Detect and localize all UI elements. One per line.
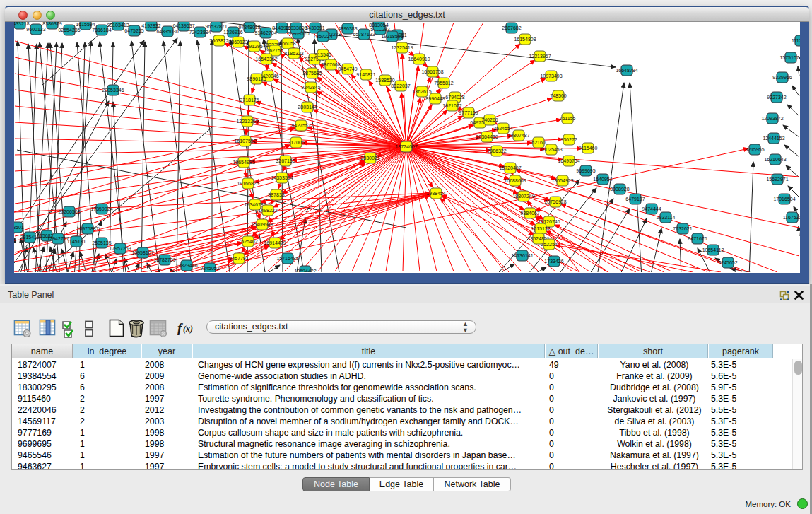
svg-text:2933114: 2933114: [657, 215, 676, 220]
svg-text:8322037: 8322037: [391, 83, 410, 88]
svg-text:7625402: 7625402: [238, 239, 257, 244]
svg-text:20364436: 20364436: [476, 134, 498, 139]
svg-text:317006: 317006: [288, 140, 304, 145]
svg-text:12444153: 12444153: [763, 136, 784, 141]
svg-text:10694422: 10694422: [294, 269, 316, 272]
svg-text:9699695: 9699695: [576, 168, 595, 173]
svg-text:12823446: 12823446: [175, 263, 197, 268]
svg-text:15720407: 15720407: [499, 165, 521, 170]
svg-text:16914479: 16914479: [264, 240, 286, 245]
svg-text:16640910: 16640910: [408, 57, 430, 62]
svg-text:12213967: 12213967: [529, 54, 551, 59]
svg-text:15716485: 15716485: [276, 256, 298, 261]
svg-text:9777169: 9777169: [459, 110, 478, 115]
svg-text:8471676: 8471676: [688, 236, 707, 241]
svg-text:3267130: 3267130: [276, 158, 295, 163]
svg-text:1615594: 1615594: [76, 22, 95, 27]
svg-text:19654985: 19654985: [233, 160, 254, 165]
svg-text:18807249: 18807249: [512, 194, 534, 199]
svg-text:9245652: 9245652: [718, 260, 737, 265]
svg-text:51462704: 51462704: [254, 30, 276, 35]
svg-text:17957253: 17957253: [109, 246, 131, 251]
svg-text:8813054: 8813054: [369, 23, 388, 28]
svg-text:17016504: 17016504: [773, 197, 795, 201]
svg-text:9600133: 9600133: [26, 27, 45, 32]
svg-text:1640954: 1640954: [593, 177, 612, 182]
svg-text:8454749: 8454749: [338, 66, 357, 71]
svg-text:9474444: 9474444: [642, 206, 661, 211]
svg-text:5430391: 5430391: [305, 25, 324, 30]
svg-text:1621072: 1621072: [442, 103, 461, 108]
svg-text:20206508: 20206508: [58, 209, 80, 214]
svg-text:1167533: 1167533: [783, 215, 800, 220]
svg-text:3875685: 3875685: [302, 71, 322, 76]
svg-text:0433218: 0433218: [14, 22, 30, 26]
svg-text:7816184: 7816184: [92, 28, 111, 33]
svg-text:20053346: 20053346: [102, 88, 124, 93]
svg-text:3215955: 3215955: [745, 147, 764, 152]
svg-text:97848018: 97848018: [238, 25, 260, 30]
svg-text:7357224: 7357224: [313, 34, 332, 39]
svg-text:4192832: 4192832: [141, 23, 160, 28]
svg-text:17359924: 17359924: [90, 206, 112, 211]
svg-text:913546: 913546: [314, 52, 331, 57]
svg-text:10973493: 10973493: [540, 74, 562, 78]
svg-text:8938928: 8938928: [610, 187, 629, 192]
svg-text:7986322: 7986322: [487, 148, 506, 153]
svg-text:1117304: 1117304: [792, 38, 800, 43]
svg-text:(x): (x): [183, 324, 193, 334]
svg-text:16495754: 16495754: [558, 158, 579, 163]
svg-text:9457791: 9457791: [229, 256, 248, 261]
svg-text:4896383: 4896383: [338, 26, 357, 31]
svg-text:751155: 751155: [560, 116, 576, 121]
svg-text:9896175: 9896175: [247, 76, 266, 81]
svg-text:9242845: 9242845: [301, 85, 320, 90]
svg-text:1498222: 1498222: [258, 208, 277, 213]
svg-text:14136141: 14136141: [511, 253, 533, 258]
svg-text:62160: 62160: [531, 140, 546, 145]
svg-text:1588520: 1588520: [375, 78, 394, 83]
svg-text:72423884: 72423884: [189, 30, 211, 35]
svg-text:7632621: 7632621: [673, 226, 692, 231]
svg-text:7663822: 7663822: [209, 38, 228, 43]
svg-text:7955812: 7955812: [434, 81, 453, 86]
svg-text:15409948: 15409948: [251, 222, 273, 227]
svg-text:2803144: 2803144: [298, 105, 317, 110]
svg-text:93103413: 93103413: [107, 23, 129, 28]
svg-text:16033809: 16033809: [285, 25, 307, 30]
svg-text:8990448: 8990448: [425, 96, 445, 101]
svg-text:12942757: 12942757: [47, 236, 69, 241]
svg-text:20756928: 20756928: [544, 199, 566, 204]
svg-text:6479197: 6479197: [625, 197, 645, 201]
svg-text:16543362: 16543362: [255, 57, 277, 62]
svg-text:10975887: 10975887: [76, 226, 98, 231]
svg-text:12213369: 12213369: [236, 119, 258, 124]
svg-text:64835030: 64835030: [156, 29, 178, 34]
svg-text:96532871: 96532871: [205, 24, 227, 29]
svg-text:14353594: 14353594: [271, 175, 293, 180]
svg-text:f: f: [177, 320, 183, 335]
svg-text:3624554: 3624554: [493, 126, 512, 131]
svg-text:9227342: 9227342: [767, 95, 786, 100]
svg-text:64139537: 64139537: [172, 23, 194, 28]
svg-text:936272: 936272: [560, 137, 577, 142]
svg-text:2718176: 2718176: [240, 98, 259, 103]
svg-text:8427552: 8427552: [291, 123, 310, 128]
svg-text:887833: 887833: [268, 192, 284, 197]
svg-text:12093872: 12093872: [761, 116, 783, 121]
svg-text:19218506: 19218506: [381, 34, 403, 39]
svg-text:65787133: 65787133: [353, 32, 375, 37]
svg-text:9384067: 9384067: [520, 211, 539, 216]
svg-text:746266: 746266: [481, 117, 498, 122]
svg-text:2505135: 2505135: [92, 240, 111, 245]
svg-text:6475255: 6475255: [124, 28, 143, 33]
svg-text:19166825: 19166825: [237, 181, 259, 186]
svg-text:3915411: 3915411: [20, 235, 40, 240]
svg-text:16107552: 16107552: [234, 139, 256, 144]
svg-text:10654112: 10654112: [702, 247, 724, 252]
svg-text:18724007: 18724007: [395, 144, 417, 149]
svg-text:16648784: 16648784: [616, 68, 637, 73]
svg-text:8386379: 8386379: [42, 22, 61, 26]
svg-text:1362615: 1362615: [412, 89, 431, 94]
svg-text:15751074: 15751074: [779, 55, 800, 60]
